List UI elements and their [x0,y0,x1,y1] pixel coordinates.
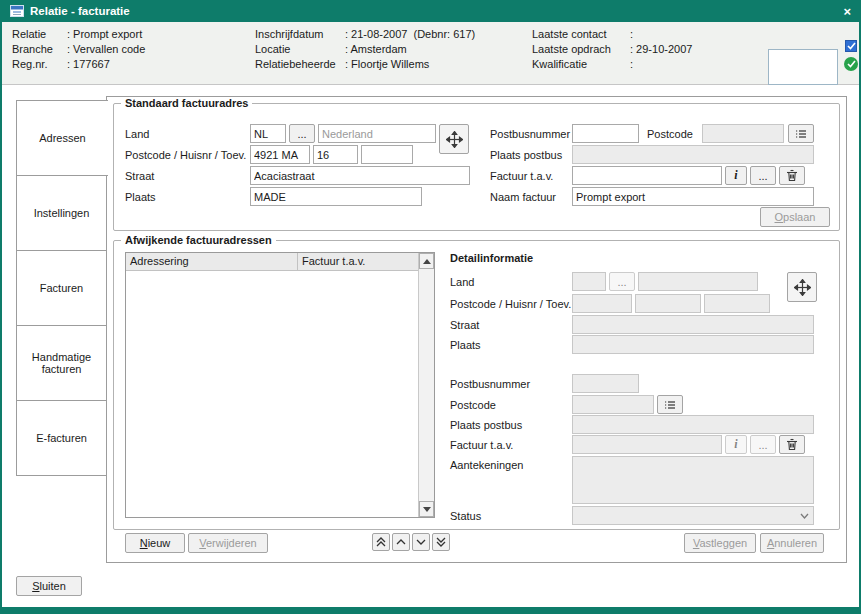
tab-instellingen[interactable]: Instellingen [16,175,107,251]
detail-postcode-huisnr-label: Postcode / Huisnr / Toev. [450,298,571,310]
double-chevron-up-icon [376,537,386,547]
detail-factuur-tav-browse-button: ... [750,435,776,454]
detail-land-code-input [572,272,606,291]
header-checkbox[interactable] [845,40,857,52]
scroll-down-button[interactable] [419,501,434,517]
dialog-window: Relatie - facturatie × Relatie: Prompt e… [0,0,861,614]
move-last-button[interactable] [432,533,450,551]
header-col-3: Laatste contact: Laatste opdrach: 29-10-… [532,28,692,73]
header-col-2: Inschrijfdatum: 21-08-2007 (Debnr: 617) … [255,28,475,73]
plaats-input[interactable] [250,187,422,206]
land-name-display [318,124,436,143]
laatste-opdracht-value: : 29-10-2007 [630,43,692,58]
factuur-tav-label: Factuur t.a.v. [490,170,553,182]
postcode-huisnr-label: Postcode / Huisnr / Toev. [125,149,246,161]
inschrijfdatum-value: : 21-08-2007 (Debnr: 617) [345,28,475,43]
huisnr-input[interactable] [313,145,358,164]
nieuw-button[interactable]: Nieuw [125,533,185,553]
move-up-button[interactable] [392,533,410,551]
detail-aantekeningen-textarea [572,456,814,504]
factuur-tav-delete-button[interactable] [779,166,805,185]
relation-header: Relatie: Prompt export Branche: Vervalle… [2,22,859,85]
land-code-input[interactable] [250,124,286,143]
tab-facturen[interactable]: Facturen [16,250,107,326]
regnr-label: Reg.nr. [12,58,67,73]
info-icon: i [734,437,737,452]
list-icon [664,400,676,410]
detail-factuur-tav-input [572,435,722,454]
afwijkende-adressen-table: Adressering Factuur t.a.v. [125,252,435,518]
trash-icon [786,169,798,182]
afwijkende-factuuradressen-legend: Afwijkende factuuradressen [121,234,276,246]
factuur-tav-browse-button[interactable]: ... [750,166,776,185]
kwalificatie-label: Kwalificatie [532,58,630,73]
tab-handmatige-facturen[interactable]: Handmatige facturen [16,325,107,401]
detail-plaats-input [572,335,814,354]
detail-status-label: Status [450,510,481,522]
detail-postbus-postcode-label: Postcode [450,399,496,411]
detail-straat-label: Straat [450,319,479,331]
column-header-adressering[interactable]: Adressering [126,253,298,271]
detail-address-move-button[interactable] [787,272,817,302]
laatste-opdracht-label: Laatste opdrach [532,43,630,58]
relatie-value: : Prompt export [67,28,142,43]
titlebar: Relatie - facturatie × [2,0,859,22]
info-icon: i [734,168,737,183]
close-icon[interactable]: × [843,5,851,18]
branche-label: Branche [12,43,67,58]
sluiten-button[interactable]: Sluiten [16,576,82,596]
detail-postbusnummer-input [572,374,639,393]
address-list[interactable] [126,271,419,517]
table-scrollbar[interactable] [418,253,434,517]
app-icon [10,5,24,17]
address-move-button[interactable] [439,124,469,154]
move-first-button[interactable] [372,533,390,551]
relatie-label: Relatie [12,28,67,43]
detail-plaats-label: Plaats [450,339,481,351]
standaard-factuuradres-legend: Standaard factuuradres [121,97,252,109]
land-label: Land [125,128,149,140]
detail-postcode-input [572,294,632,313]
tab-adressen[interactable]: Adressen [16,100,108,176]
plaats-postbus-label: Plaats postbus [490,149,562,161]
relatiebeheerder-label: Relatiebeheerde [255,58,345,73]
tab-facturen-label: Facturen [40,282,83,294]
factuur-tav-info-button[interactable]: i [725,166,747,185]
list-icon [795,129,807,139]
trash-icon [786,438,798,451]
postcode-input[interactable] [250,145,310,164]
kwalificatie-value: : [630,58,633,73]
laatste-contact-value: : [630,28,633,43]
inschrijfdatum-label: Inschrijfdatum [255,28,345,43]
detail-land-browse-button: ... [609,272,635,291]
detail-postcode-lookup-button[interactable] [657,395,683,414]
column-header-factuur-tav[interactable]: Factuur t.a.v. [298,253,419,271]
factuur-tav-input[interactable] [572,166,722,185]
chevron-down-icon [800,513,809,519]
naam-factuur-input[interactable] [572,187,814,206]
chevron-down-icon [416,539,426,545]
toevoeging-input[interactable] [361,145,413,164]
postbusnummer-label: Postbusnummer [490,128,570,140]
plaats-label: Plaats [125,191,156,203]
tab-e-facturen[interactable]: E-facturen [16,400,107,476]
laatste-contact-label: Laatste contact [532,28,630,43]
move-down-button[interactable] [412,533,430,551]
arrow-up-icon [423,259,431,264]
detail-status-select [572,506,814,525]
tab-adressen-label: Adressen [39,132,85,144]
postcode-lookup-button[interactable] [788,124,814,143]
locatie-label: Locatie [255,43,345,58]
double-chevron-down-icon [436,537,446,547]
detail-land-label: Land [450,276,474,288]
locatie-value: : Amsterdam [345,43,407,58]
annuleren-button: Annuleren [760,533,824,553]
status-ok-icon [844,57,858,71]
postbusnummer-input[interactable] [572,124,639,143]
straat-input[interactable] [250,166,470,185]
detail-factuur-tav-delete-button[interactable] [779,435,805,454]
postbus-postcode-input [702,124,784,143]
detail-straat-input [572,315,814,334]
scroll-up-button[interactable] [419,253,434,269]
land-browse-button[interactable]: ... [289,124,315,143]
